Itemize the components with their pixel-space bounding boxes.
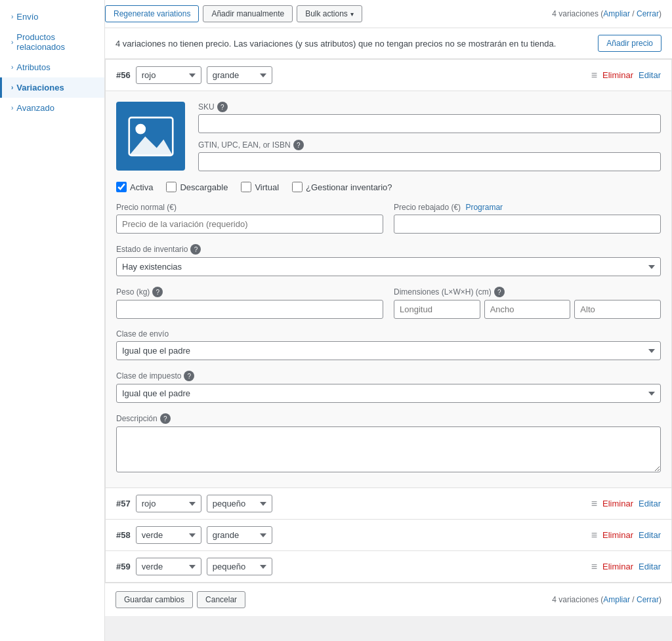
shipping-class-select[interactable]: Igual que el padre [116,341,661,360]
variation-58-number: #58 [116,530,131,540]
variation-58-edit-button[interactable]: Editar [639,530,661,540]
add-manual-button[interactable]: Añadir manualmente [203,5,293,22]
cerrar-bottom-link[interactable]: Cerrar [637,595,659,604]
sidebar-item-envio[interactable]: › Envío [0,7,104,27]
sidebar-item-label: Productos relacionados [16,32,96,52]
descargable-checkbox-item[interactable]: Descargable [166,182,228,192]
variation-57-delete-button[interactable]: Eliminar [602,499,633,508]
svg-marker-2 [129,136,173,155]
drag-handle-icon[interactable]: ≡ [591,70,597,81]
variations-count-top: 4 variaciones (Ampliar / Cerrar) [552,9,662,18]
sku-help-icon[interactable]: ? [217,102,228,112]
tax-class-label: Clase de impuesto ? [116,371,661,381]
gestionar-checkbox-item[interactable]: ¿Gestionar inventario? [292,182,392,192]
tax-help-icon[interactable]: ? [184,371,194,381]
inventory-help-icon[interactable]: ? [190,244,201,255]
precio-normal-label: Precio normal (€) [116,203,383,212]
ampliar-bottom-link[interactable]: Ampliar [603,595,630,604]
virtual-checkbox-item[interactable]: Virtual [241,182,279,192]
variation-58-delete-button[interactable]: Eliminar [602,530,633,540]
precio-normal-input[interactable] [116,215,383,234]
descargable-checkbox[interactable] [166,182,177,192]
variation-59-number: #59 [116,562,131,571]
variation-56-image[interactable] [116,102,185,171]
virtual-checkbox[interactable] [241,182,251,192]
bottom-bar: Guardar cambios Cancelar 4 variaciones (… [105,583,672,616]
inventory-row: Estado de inventario ? Hay existencias S… [116,244,661,276]
variation-59-edit-button[interactable]: Editar [639,562,661,571]
tax-class-row: Clase de impuesto ? Igual que el padre [116,371,661,403]
gtin-field-group: GTIN, UPC, EAN, or ISBN ? [198,140,661,171]
variation-57-size-select[interactable]: pequeño grande [207,495,272,512]
checkboxes-row: Activa Descargable Virtual ¿Gestionar in… [116,182,661,192]
variation-59-delete-button[interactable]: Eliminar [602,562,633,571]
variation-56-header: #56 rojo verde azul grande pequeño media… [106,60,671,91]
variation-58-size-select[interactable]: grande pequeño [207,526,272,544]
main-content: Regenerate variations Añadir manualmente… [105,0,672,641]
sidebar: › Envío › Productos relacionados › Atrib… [0,0,105,641]
gestionar-label: ¿Gestionar inventario? [306,182,392,192]
save-button[interactable]: Guardar cambios [116,591,193,608]
sidebar-item-avanzado[interactable]: › Avanzado [0,98,104,118]
precio-rebajado-label: Precio rebajado (€) Programar [394,203,661,212]
cerrar-link[interactable]: Cerrar [637,9,659,18]
variation-57-edit-button[interactable]: Editar [639,499,661,508]
arrow-icon: › [11,13,13,20]
drag-handle-icon[interactable]: ≡ [591,529,597,541]
activa-checkbox[interactable] [116,182,127,192]
variations-count-bottom: 4 variaciones (Ampliar / Cerrar) [552,595,662,604]
add-price-button[interactable]: Añadir precio [598,35,662,52]
variation-57-header: #57 rojo verde pequeño grande ≡ Eliminar… [106,488,671,519]
description-row: Descripción ? [116,413,661,474]
cancel-button[interactable]: Cancelar [197,591,245,608]
drag-handle-icon[interactable]: ≡ [591,561,597,573]
activa-label: Activa [130,182,153,192]
sku-field-group: SKU ? [198,102,661,133]
description-help-icon[interactable]: ? [160,413,171,424]
ancho-input[interactable] [484,300,571,319]
sidebar-item-productos-relacionados[interactable]: › Productos relacionados [0,27,104,57]
dimensions-group: Dimensiones (L×W×H) (cm) ? [394,287,661,319]
shipping-class-label: Clase de envío [116,329,661,339]
dimensions-label: Dimensiones (L×W×H) (cm) ? [394,287,661,297]
variation-58-header: #58 verde rojo grande pequeño ≡ Eliminar… [106,520,671,550]
dim-inputs [394,300,661,319]
alto-input[interactable] [574,300,661,319]
ampliar-link[interactable]: Ampliar [603,9,630,18]
variation-56-size-select[interactable]: grande pequeño mediano [207,66,272,84]
tax-class-select[interactable]: Igual que el padre [116,384,661,403]
precio-normal-group: Precio normal (€) [116,203,383,234]
gtin-help-icon[interactable]: ? [293,140,304,150]
longitud-input[interactable] [394,300,480,319]
weight-help-icon[interactable]: ? [152,287,163,297]
gestionar-checkbox[interactable] [292,182,303,192]
regenerate-variations-button[interactable]: Regenerate variations [105,5,199,22]
gtin-input[interactable] [198,152,661,171]
dimensions-help-icon[interactable]: ? [494,287,505,297]
variation-59-color-select[interactable]: verde rojo [136,558,201,575]
variation-59-actions: ≡ Eliminar Editar [591,561,661,573]
sidebar-item-label: Atributos [16,62,50,72]
sidebar-item-label: Avanzado [16,103,54,113]
sidebar-item-atributos[interactable]: › Atributos [0,57,104,77]
weight-input[interactable] [116,300,383,319]
sku-input[interactable] [198,114,661,133]
variation-56-color-select[interactable]: rojo verde azul [136,66,201,84]
gtin-label: GTIN, UPC, EAN, or ISBN ? [198,140,661,150]
variation-56-edit-button[interactable]: Editar [639,70,661,80]
programar-link[interactable]: Programar [465,203,503,212]
precio-rebajado-input[interactable] [394,215,661,234]
sidebar-item-variaciones[interactable]: › Variaciones [0,77,104,98]
variation-59-size-select[interactable]: pequeño grande [207,558,272,575]
virtual-label: Virtual [255,182,279,192]
bulk-actions-button[interactable]: Bulk actions ▾ [297,5,362,22]
activa-checkbox-item[interactable]: Activa [116,182,153,192]
variation-58-block: #58 verde rojo grande pequeño ≡ Eliminar… [105,520,672,551]
variation-56-delete-button[interactable]: Eliminar [602,70,633,80]
variation-58-color-select[interactable]: verde rojo [136,526,201,544]
inventory-select[interactable]: Hay existencias Sin existencias Bajo ped… [116,257,661,276]
variation-57-color-select[interactable]: rojo verde [136,495,201,512]
drag-handle-icon[interactable]: ≡ [591,498,597,510]
description-textarea[interactable] [116,426,661,472]
variation-57-number: #57 [116,499,131,508]
